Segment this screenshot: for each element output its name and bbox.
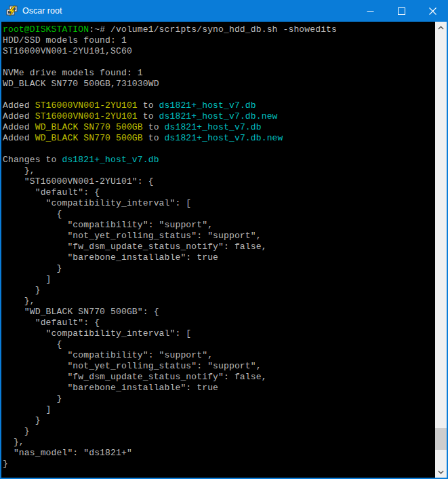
terminal-line: Added ST16000VN001-2YU101 to ds1821+_hos…: [3, 111, 435, 122]
terminal-line: }: [3, 285, 435, 296]
terminal-text-segment: ds1821+_host_v7.db.new: [165, 133, 283, 143]
terminal-text-segment: "compatibility_interval": [: [3, 328, 191, 339]
terminal-line: "fw_dsm_update_status_notify": false,: [3, 372, 435, 383]
terminal-text-segment: },: [3, 437, 24, 447]
terminal-text-segment: to: [138, 100, 159, 111]
terminal-text-segment: WD_BLACK SN770 500GB: [35, 133, 143, 143]
close-button[interactable]: [417, 0, 448, 22]
terminal-text-segment: ds1821+_host_v7.db: [159, 100, 256, 111]
scrollbar[interactable]: [435, 22, 447, 478]
terminal-line: NVMe drive models found: 1: [3, 68, 435, 79]
terminal-output[interactable]: root@DISKSTATION:~# /volume1/scripts/syn…: [1, 22, 435, 478]
terminal-text-segment: "ST16000VN001-2YU101": {: [3, 176, 154, 187]
terminal-text-segment: }: [3, 394, 62, 404]
terminal-text-segment: }: [3, 426, 30, 436]
window-title: Oscar root: [22, 6, 354, 16]
terminal-line: "nas_model": "ds1821+": [3, 448, 435, 459]
terminal-text-segment: ]: [3, 274, 52, 284]
terminal-text-segment: }: [3, 285, 41, 295]
close-icon: [429, 7, 436, 15]
terminal-line: "default": {: [3, 318, 435, 328]
terminal-line: "fw_dsm_update_status_notify": false,: [3, 242, 435, 252]
scrollbar-thumb[interactable]: [435, 428, 447, 450]
terminal-text-segment: WD_BLACK SN770 500GB,731030WD: [3, 79, 159, 89]
terminal-text-segment: WD_BLACK SN770 500GB: [35, 122, 143, 132]
terminal-text-segment: "nas_model": "ds1821+": [3, 448, 132, 458]
terminal-text-segment: Added: [3, 100, 35, 111]
terminal-text-segment: Added: [3, 133, 35, 143]
terminal-line: ST16000VN001-2YU101,SC60: [3, 46, 435, 57]
terminal-line: "ST16000VN001-2YU101": {: [3, 176, 435, 187]
terminal-line: HDD/SSD models found: 1: [3, 35, 435, 46]
terminal-line: root@DISKSTATION:~# /volume1/scripts/syn…: [3, 24, 435, 35]
maximize-button[interactable]: [386, 0, 417, 22]
terminal-line: "default": {: [3, 187, 435, 198]
terminal-window: Oscar root root@DISKSTATION:~# /volume1/…: [0, 0, 448, 479]
minimize-icon: [367, 7, 374, 15]
terminal-line: }: [3, 263, 435, 274]
terminal-line: "compatibility_interval": [: [3, 198, 435, 209]
terminal-text-segment: ST16000VN001-2YU101: [35, 100, 138, 111]
terminal-text-segment: root@DISKSTATION: [3, 24, 89, 35]
terminal-text-segment: ]: [3, 404, 52, 415]
terminal-text-segment: "fw_dsm_update_status_notify": false,: [3, 242, 267, 252]
terminal-text-segment: ds1821+_host_v7.db.new: [159, 111, 278, 121]
terminal-text-segment: "default": {: [3, 318, 100, 328]
chevron-down-icon: [438, 470, 444, 474]
terminal-line: "WD_BLACK SN770 500GB": {: [3, 307, 435, 318]
terminal-text-segment: },: [3, 166, 35, 176]
terminal-text-segment: Changes to: [3, 155, 62, 165]
titlebar[interactable]: Oscar root: [0, 0, 448, 22]
terminal-text-segment: "barebone_installable": true: [3, 383, 218, 393]
terminal-text-segment: "WD_BLACK SN770 500GB": {: [3, 307, 159, 317]
terminal-line: ]: [3, 404, 435, 415]
terminal-line: [3, 57, 435, 68]
terminal-line: Changes to ds1821+_host_v7.db: [3, 155, 435, 166]
terminal-line: Added WD_BLACK SN770 500GB to ds1821+_ho…: [3, 133, 435, 144]
terminal-text-segment: ds1821+_host_v7.db: [165, 122, 262, 132]
terminal-text-segment: "compatibility": "support",: [3, 350, 213, 360]
terminal-line: "not_yet_rolling_status": "support",: [3, 361, 435, 372]
terminal-text-segment: "not_yet_rolling_status": "support",: [3, 361, 262, 371]
terminal-text-segment: to: [138, 111, 159, 121]
minimize-button[interactable]: [354, 0, 386, 22]
terminal-line: }: [3, 426, 435, 437]
terminal-text-segment: Added: [3, 122, 35, 132]
terminal-text-segment: NVMe drive models found: 1: [3, 68, 143, 78]
terminal-line: },: [3, 437, 435, 448]
terminal-line: [3, 144, 435, 155]
terminal-line: {: [3, 209, 435, 220]
terminal-line: {: [3, 339, 435, 350]
terminal-line: WD_BLACK SN770 500GB,731030WD: [3, 79, 435, 90]
terminal-text-segment: },: [3, 296, 35, 306]
terminal-line: },: [3, 166, 435, 176]
terminal-text-segment: ST16000VN001-2YU101,SC60: [3, 46, 132, 56]
terminal-line: }: [3, 394, 435, 404]
terminal-text-segment: ds1821+_host_v7.db: [62, 155, 159, 165]
terminal-text-segment: ST16000VN001-2YU101: [35, 111, 138, 121]
terminal-line: }: [3, 415, 435, 426]
terminal-text-segment: to: [143, 122, 165, 132]
terminal-text-segment: HDD/SSD models found: 1: [3, 35, 127, 45]
terminal-text-segment: "barebone_installable": true: [3, 252, 218, 263]
terminal-content: root@DISKSTATION:~# /volume1/scripts/syn…: [1, 22, 447, 478]
terminal-line: "compatibility": "support",: [3, 350, 435, 361]
scroll-down-button[interactable]: [435, 466, 447, 478]
terminal-line: [3, 90, 435, 100]
terminal-line: },: [3, 296, 435, 307]
terminal-line: Added WD_BLACK SN770 500GB to ds1821+_ho…: [3, 122, 435, 133]
chevron-up-icon: [438, 26, 444, 30]
terminal-line: "not_yet_rolling_status": "support",: [3, 231, 435, 242]
scroll-up-button[interactable]: [435, 22, 447, 33]
terminal-line: ]: [3, 274, 435, 285]
terminal-text-segment: }: [3, 415, 41, 425]
terminal-text-segment: Added: [3, 111, 35, 121]
terminal-text-segment: "compatibility_interval": [: [3, 198, 191, 208]
terminal-line: }: [3, 459, 435, 470]
terminal-text-segment: }: [3, 263, 62, 273]
terminal-text-segment: :~# /volume1/scripts/syno_hdd_db.sh -sho…: [89, 24, 337, 35]
maximize-icon: [398, 7, 405, 15]
putty-icon[interactable]: [6, 5, 18, 17]
scrollbar-track[interactable]: [435, 33, 447, 466]
terminal-text-segment: "compatibility": "support",: [3, 220, 213, 230]
